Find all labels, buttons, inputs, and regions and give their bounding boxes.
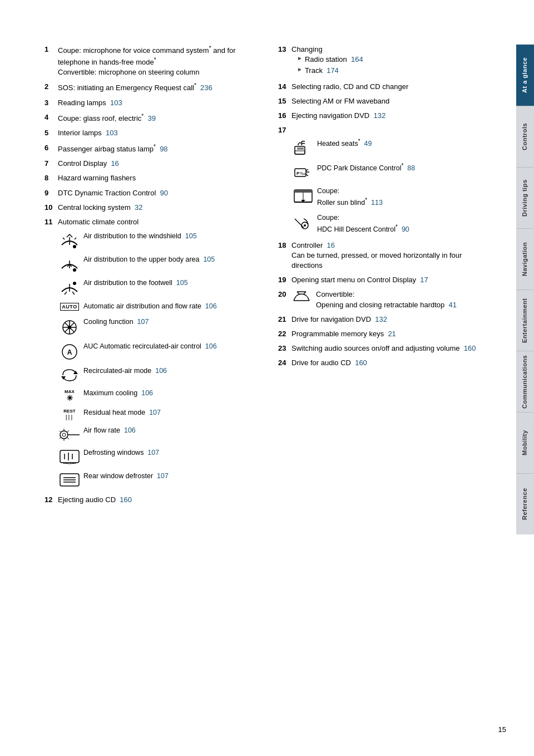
list-item: 19 Opening start menu on Control Display… bbox=[278, 275, 490, 285]
svg-rect-29 bbox=[295, 146, 305, 154]
svg-line-1 bbox=[63, 238, 65, 239]
list-item: 10 Central locking system 32 bbox=[44, 203, 256, 213]
climate-icon-item: A AUC Automatic recirculated-air control… bbox=[56, 342, 256, 361]
roller-blind-icon bbox=[289, 186, 317, 205]
pdc-item: P ‱ PDC Park Distance Control* 88 bbox=[289, 162, 490, 181]
svg-line-2 bbox=[75, 238, 76, 239]
list-item: 1 Coupe: microphone for voice command sy… bbox=[44, 45, 256, 77]
cooling-icon bbox=[56, 317, 83, 336]
climate-icon-item: REST ||| Residual heat mode 107 bbox=[56, 408, 256, 420]
list-item: 15 Selecting AM or FM waveband bbox=[278, 96, 490, 106]
roller-blind-item: Coupe:Roller sun blind* 113 bbox=[289, 186, 490, 208]
list-item: 21 Drive for navigation DVD 132 bbox=[278, 315, 490, 325]
climate-icon-item: MAX ☀ Maximum cooling 106 bbox=[56, 389, 256, 402]
defrost-icon bbox=[56, 448, 83, 466]
hdc-icon bbox=[289, 213, 317, 232]
sidebar-tab-communications[interactable]: Communications bbox=[516, 351, 534, 412]
list-item: 7 Control Display 16 bbox=[44, 159, 256, 169]
windshield-icon bbox=[56, 232, 83, 249]
climate-icon-item: Cooling function 107 bbox=[56, 317, 256, 336]
svg-point-7 bbox=[73, 282, 76, 285]
svg-rect-21 bbox=[60, 450, 79, 463]
climate-icon-item: Defrosting windows 107 bbox=[56, 448, 256, 466]
list-item: 6 Passenger airbag status lamp* 98 bbox=[44, 143, 256, 155]
list-item: 9 DTC Dynamic Traction Control 90 bbox=[44, 188, 256, 198]
convertible-icon bbox=[291, 289, 312, 308]
list-item: 17 bbox=[278, 125, 490, 135]
heated-seats-item: Heated seats* 49 bbox=[289, 138, 490, 156]
hdc-item: Coupe:HDC Hill Descent Control* 90 bbox=[289, 213, 490, 234]
svg-point-18 bbox=[60, 431, 68, 439]
footwell-icon bbox=[56, 278, 83, 296]
list-item: 14 Selecting radio, CD and CD changer bbox=[278, 82, 490, 92]
list-item: 13 Changing ► Radio station 164 ► Track … bbox=[278, 45, 490, 77]
list-item: 4 Coupe: glass roof, electric* 39 bbox=[44, 112, 256, 124]
sidebar-tabs: At a glance Controls Driving tips Naviga… bbox=[516, 0, 534, 756]
list-item: 24 Drive for audio CD 160 bbox=[278, 358, 490, 368]
auc-icon: A bbox=[56, 342, 83, 361]
rear-defroster-icon bbox=[56, 472, 83, 489]
svg-rect-30 bbox=[295, 151, 305, 154]
list-item: 23 Switching audio sources on/off and ad… bbox=[278, 343, 490, 354]
svg-point-45 bbox=[304, 224, 306, 227]
sidebar: At a glance Controls Driving tips Naviga… bbox=[516, 0, 534, 756]
upper-body-icon bbox=[56, 255, 83, 273]
svg-point-13 bbox=[68, 326, 71, 329]
heated-seats-icon bbox=[289, 138, 317, 156]
svg-rect-40 bbox=[294, 190, 312, 193]
svg-point-19 bbox=[62, 433, 66, 436]
list-item: 18 Controller 16Can be turned, pressed, … bbox=[278, 240, 490, 271]
recirculated-air-icon bbox=[56, 366, 83, 383]
sidebar-tab-at-a-glance[interactable]: At a glance bbox=[516, 45, 534, 106]
sidebar-tab-reference[interactable]: Reference bbox=[516, 473, 534, 534]
airflow-icon bbox=[56, 426, 83, 443]
page-number: 15 bbox=[498, 725, 506, 734]
list-item: 8 Hazard warning flashers bbox=[44, 173, 256, 183]
list-item: 2 SOS: initiating an Emergency Request c… bbox=[44, 82, 256, 94]
sidebar-tab-driving-tips[interactable]: Driving tips bbox=[516, 167, 534, 228]
svg-point-3 bbox=[73, 245, 76, 248]
list-item: 16 Ejecting navigation DVD 132 bbox=[278, 111, 490, 121]
list-item: 5 Interior lamps 103 bbox=[44, 128, 256, 138]
list-item: 22 Programmable memory keys 21 bbox=[278, 329, 490, 339]
climate-icon-item: Air distribution to the footwell 105 bbox=[56, 278, 256, 296]
climate-icon-item: Air distribution to the windshield 105 bbox=[56, 232, 256, 249]
climate-icon-item: Recirculated-air mode 106 bbox=[56, 366, 256, 383]
list-item: 3 Reading lamps 103 bbox=[44, 98, 256, 108]
left-column: 1 Coupe: microphone for voice command sy… bbox=[44, 45, 256, 734]
list-item: 11 Automatic climate control bbox=[44, 217, 256, 227]
right-column: 13 Changing ► Radio station 164 ► Track … bbox=[278, 45, 490, 734]
climate-icon-item: Rear window defroster 107 bbox=[56, 472, 256, 489]
pdc-icon: P ‱ bbox=[289, 162, 317, 181]
rest-icon: REST ||| bbox=[56, 408, 83, 420]
climate-icon-item: Air distribution to the upper body area … bbox=[56, 255, 256, 273]
list-item: 12 Ejecting audio CD 160 bbox=[44, 495, 256, 505]
svg-point-5 bbox=[73, 268, 76, 272]
svg-text:A: A bbox=[67, 348, 72, 356]
list-item: 20 Convertible:Opening and closing retra… bbox=[278, 289, 490, 310]
sidebar-tab-mobility[interactable]: Mobility bbox=[516, 412, 534, 473]
climate-icon-item: AUTO Automatic air distribution and flow… bbox=[56, 302, 256, 312]
sidebar-tab-navigation[interactable]: Navigation bbox=[516, 228, 534, 289]
svg-text:‱: ‱ bbox=[300, 171, 306, 175]
sidebar-tab-entertainment[interactable]: Entertainment bbox=[516, 289, 534, 351]
climate-icon-item: Air flow rate 106 bbox=[56, 426, 256, 443]
max-cooling-icon: MAX ☀ bbox=[56, 389, 83, 402]
auto-icon: AUTO bbox=[56, 302, 83, 311]
sidebar-tab-controls[interactable]: Controls bbox=[516, 106, 534, 167]
